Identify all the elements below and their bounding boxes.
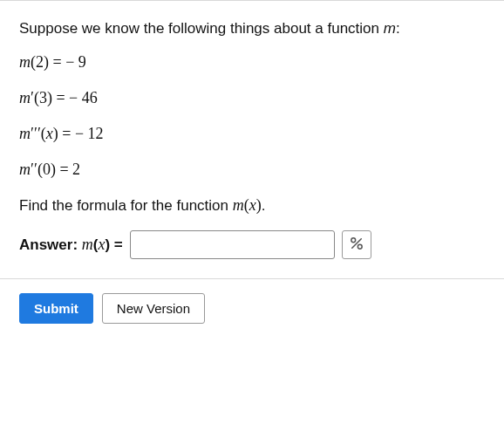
- eq2-rhs: − 46: [69, 89, 98, 106]
- equation-3: m′′′(x) = − 12: [19, 125, 485, 143]
- equation-editor-icon: [349, 236, 364, 254]
- answer-label: Answer: m(x) =: [19, 236, 123, 254]
- eq2-arg: 3: [39, 89, 47, 106]
- eq3-rp: ): [53, 125, 58, 142]
- find-fn: m: [233, 196, 244, 214]
- equation-4: m′′(0) = 2: [19, 161, 485, 179]
- find-arg: x: [249, 196, 256, 214]
- find-post: .: [262, 197, 266, 214]
- eq3-primes: ′′′: [31, 125, 41, 142]
- eq1-fn: m: [19, 53, 31, 71]
- eq3-fn: m: [19, 125, 31, 142]
- eq2-fn: m: [19, 89, 31, 106]
- svg-point-1: [358, 244, 362, 249]
- equation-1: m(2) = − 9: [19, 53, 485, 72]
- eq4-fn: m: [19, 161, 31, 178]
- find-prompt: Find the formula for the function m(x).: [19, 196, 485, 215]
- answer-label-fn: m: [82, 236, 93, 253]
- svg-point-0: [351, 238, 356, 243]
- intro-text-post: :: [396, 20, 400, 37]
- eq1-arg: 2: [36, 53, 44, 71]
- footer-actions: Submit New Version: [0, 278, 504, 343]
- question-panel: Suppose we know the following things abo…: [0, 0, 504, 259]
- answer-eq-sign: =: [110, 236, 123, 253]
- eq2-rp: ): [47, 89, 52, 106]
- equation-editor-button[interactable]: [342, 230, 371, 259]
- equation-2: m′(3) = − 46: [19, 89, 485, 107]
- svg-line-2: [352, 239, 362, 249]
- eq4-arg: 0: [43, 161, 51, 178]
- submit-button[interactable]: Submit: [19, 293, 93, 324]
- eq4-rhs: 2: [72, 161, 80, 178]
- answer-label-pre: Answer:: [19, 236, 82, 253]
- new-version-button[interactable]: New Version: [102, 293, 205, 324]
- intro-fn: m: [384, 20, 396, 37]
- answer-input[interactable]: [130, 230, 335, 259]
- eq3-arg: x: [46, 125, 53, 142]
- eq1-rhs: − 9: [65, 53, 86, 71]
- eq4-rp: ): [51, 161, 56, 178]
- answer-label-arg: x: [98, 236, 105, 253]
- eq1-rp: ): [44, 53, 49, 71]
- answer-row: Answer: m(x) =: [19, 230, 485, 259]
- find-pre: Find the formula for the function: [19, 197, 233, 214]
- eq3-rhs: − 12: [75, 125, 104, 142]
- eq4-primes: ′′: [31, 161, 37, 178]
- question-intro: Suppose we know the following things abo…: [19, 20, 485, 38]
- intro-text-pre: Suppose we know the following things abo…: [19, 20, 384, 37]
